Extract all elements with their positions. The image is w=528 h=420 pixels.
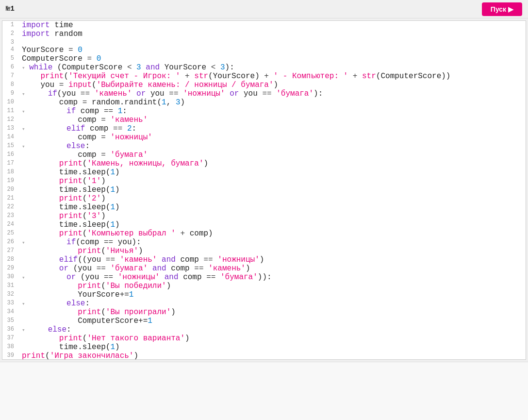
fold-indicator[interactable]: ▾ bbox=[22, 109, 28, 115]
line-row: 21 print('2') bbox=[2, 194, 526, 203]
run-button[interactable]: Пуск ▶ bbox=[482, 2, 522, 16]
line-code: comp = 'камень' bbox=[20, 116, 526, 124]
line-row: 5ComputerScore = 0 bbox=[2, 54, 526, 63]
line-code: ▾ if comp == 1: bbox=[20, 107, 526, 116]
line-number: 8 bbox=[2, 81, 20, 88]
fold-indicator[interactable]: ▾ bbox=[22, 240, 28, 246]
editor-area[interactable]: 1import time2import random34YourScore = … bbox=[2, 20, 526, 360]
line-number: 12 bbox=[2, 116, 20, 123]
fold-indicator[interactable]: ▾ bbox=[22, 144, 28, 150]
line-row: 24 time.sleep(1) bbox=[2, 220, 526, 229]
line-row: 1import time bbox=[2, 21, 526, 30]
line-row: 12 comp = 'камень' bbox=[2, 116, 526, 124]
line-code: print('Игра закончилась') bbox=[20, 352, 526, 360]
line-code: time.sleep(1) bbox=[20, 203, 526, 212]
line-row: 16 comp = 'бумага' bbox=[2, 151, 526, 159]
line-number: 15 bbox=[2, 142, 20, 149]
app: №1 Пуск ▶ 1import time2import random34Yo… bbox=[0, 0, 528, 420]
fold-indicator[interactable]: ▾ bbox=[22, 275, 28, 281]
line-row: 31 print('Вы победили') bbox=[2, 282, 526, 290]
line-row: 6▾ while (ComputerScore < 3 and YourScor… bbox=[2, 63, 526, 72]
line-number: 13 bbox=[2, 124, 20, 132]
line-row: 15▾ else: bbox=[2, 142, 526, 151]
line-number: 3 bbox=[2, 38, 20, 46]
line-code: ▾ while (ComputerScore < 3 and YourScore… bbox=[20, 63, 526, 72]
line-number: 19 bbox=[2, 177, 20, 184]
line-number: 38 bbox=[2, 343, 20, 350]
line-row: 38 time.sleep(1) bbox=[2, 343, 526, 352]
line-number: 11 bbox=[2, 107, 20, 114]
line-number: 30 bbox=[2, 273, 20, 280]
line-number: 16 bbox=[2, 151, 20, 158]
line-row: 30▾ or (you == 'ножницы' and comp == 'бу… bbox=[2, 273, 526, 282]
line-code: YourScore+=1 bbox=[20, 290, 526, 299]
code-container: 1import time2import random34YourScore = … bbox=[2, 21, 526, 360]
line-row: 8 you = input('Выбирайте камень: / ножни… bbox=[2, 81, 526, 89]
line-number: 21 bbox=[2, 194, 20, 202]
line-row: 29 or (you == 'бумага' and comp == 'каме… bbox=[2, 264, 526, 273]
line-number: 14 bbox=[2, 133, 20, 140]
line-row: 14 comp = 'ножницы' bbox=[2, 133, 526, 142]
line-number: 28 bbox=[2, 255, 20, 263]
line-number: 6 bbox=[2, 63, 20, 70]
line-number: 9 bbox=[2, 89, 20, 97]
line-number: 1 bbox=[2, 21, 20, 28]
line-code: ComputerScore+=1 bbox=[20, 317, 526, 325]
line-code: ▾ else: bbox=[20, 142, 526, 151]
line-row: 2import random bbox=[2, 30, 526, 38]
fold-indicator[interactable]: ▾ bbox=[22, 65, 28, 71]
line-number: 2 bbox=[2, 30, 20, 37]
fold-indicator[interactable]: ▾ bbox=[22, 301, 28, 307]
line-number: 24 bbox=[2, 220, 20, 228]
line-row: 7 print('Текущий счет - Игрок: ' + str(Y… bbox=[2, 72, 526, 81]
line-number: 29 bbox=[2, 264, 20, 271]
line-code: ComputerScore = 0 bbox=[20, 54, 526, 63]
line-row: 3 bbox=[2, 38, 526, 46]
line-number: 34 bbox=[2, 308, 20, 315]
header: №1 Пуск ▶ bbox=[0, 0, 528, 18]
line-row: 37 print('Нет такого варианта') bbox=[2, 334, 526, 343]
line-row: 23 print('3') bbox=[2, 212, 526, 220]
line-code: print('Компьютер выбрал ' + comp) bbox=[20, 229, 526, 238]
line-row: 26▾ if(comp == you): bbox=[2, 238, 526, 247]
line-number: 36 bbox=[2, 325, 20, 333]
line-number: 39 bbox=[2, 352, 20, 359]
line-code: comp = random.randint(1, 3) bbox=[20, 98, 526, 107]
line-code: print('Текущий счет - Игрок: ' + str(You… bbox=[20, 72, 526, 81]
line-number: 33 bbox=[2, 299, 20, 306]
line-number: 35 bbox=[2, 317, 20, 324]
fold-indicator[interactable]: ▾ bbox=[22, 91, 28, 97]
line-code: print('Вы победили') bbox=[20, 282, 526, 290]
line-number: 10 bbox=[2, 98, 20, 105]
line-code: print('Нет такого варианта') bbox=[20, 334, 526, 343]
line-row: 25 print('Компьютер выбрал ' + comp) bbox=[2, 229, 526, 238]
line-row: 28 elif((you == 'камень' and comp == 'но… bbox=[2, 255, 526, 264]
line-number: 22 bbox=[2, 203, 20, 210]
line-code: print('1') bbox=[20, 177, 526, 185]
line-row: 35 ComputerScore+=1 bbox=[2, 317, 526, 325]
line-row: 4YourScore = 0 bbox=[2, 46, 526, 54]
line-code: time.sleep(1) bbox=[20, 168, 526, 177]
line-code: import time bbox=[20, 21, 526, 30]
line-number: 26 bbox=[2, 238, 20, 245]
line-number: 4 bbox=[2, 46, 20, 53]
line-row: 11▾ if comp == 1: bbox=[2, 107, 526, 116]
line-row: 19 print('1') bbox=[2, 177, 526, 185]
line-code: ▾ elif comp == 2: bbox=[20, 124, 526, 133]
line-code: you = input('Выбирайте камень: / ножницы… bbox=[20, 81, 526, 89]
line-code: time.sleep(1) bbox=[20, 185, 526, 194]
line-row: 22 time.sleep(1) bbox=[2, 203, 526, 212]
line-code: ▾ if(you == 'камень' or you == 'ножницы'… bbox=[20, 89, 526, 98]
line-row: 32 YourScore+=1 bbox=[2, 290, 526, 299]
line-code: ▾ or (you == 'ножницы' and comp == 'бума… bbox=[20, 273, 526, 282]
fold-indicator[interactable]: ▾ bbox=[22, 327, 28, 333]
line-code: comp = 'ножницы' bbox=[20, 133, 526, 142]
line-row: 27 print('Ничья') bbox=[2, 247, 526, 255]
line-row: 18 time.sleep(1) bbox=[2, 168, 526, 177]
fold-indicator[interactable]: ▾ bbox=[22, 126, 28, 132]
bottom-area bbox=[0, 362, 528, 420]
header-title: №1 bbox=[6, 5, 15, 13]
line-row: 34 print('Вы проиграли') bbox=[2, 308, 526, 317]
line-code: import random bbox=[20, 30, 526, 38]
line-code: print('Камень, ножницы, бумага') bbox=[20, 159, 526, 168]
